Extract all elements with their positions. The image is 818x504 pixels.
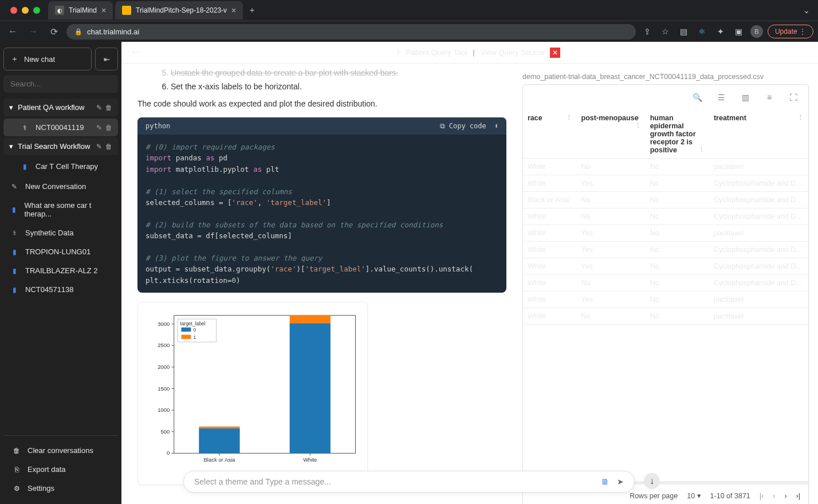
table-row[interactable]: WhiteNoNopaclitaxel (523, 159, 808, 175)
reload-button[interactable]: ⟳ (46, 26, 62, 37)
table-row[interactable]: WhiteYesNoCyclophosphamide and Doxor (523, 242, 808, 258)
back-button[interactable]: ← (5, 26, 21, 37)
edit-icon[interactable]: ✎ (96, 104, 102, 112)
sidebar-item-nct00041119[interactable]: ⚕ NCT00041119 ✎🗑 (3, 119, 118, 136)
chevron-down-icon: ▾ (9, 103, 13, 112)
prev-page-button[interactable]: ‹ (773, 492, 775, 500)
sidebar-item-label: TROPION-LUNG01 (25, 247, 91, 256)
table-row[interactable]: WhiteYesNopaclitaxel (523, 292, 808, 308)
svg-text:0: 0 (194, 327, 196, 333)
close-query-button[interactable]: ✕ (550, 48, 560, 58)
svg-text:1000: 1000 (158, 407, 170, 413)
profile-avatar[interactable]: B (750, 25, 763, 38)
fullscreen-icon[interactable]: ⛶ (786, 90, 800, 104)
sidebar-footer-item[interactable]: ⚙Settings (3, 479, 118, 497)
sidebar-item-car-t[interactable]: ▮ Car T Cell Therapy (3, 158, 118, 175)
table-row[interactable]: WhiteNoNoCyclophosphamide and Doxor (523, 275, 808, 292)
column-menu-icon[interactable]: ⋮ (566, 114, 572, 121)
trash-icon[interactable]: 🗑 (105, 104, 112, 112)
send-button[interactable]: ➤ (617, 477, 624, 486)
browser-tab[interactable]: TrialMindPitch-Sep-18-2023-v× (115, 1, 243, 19)
rows-per-page-select[interactable]: 10 ▾ (687, 491, 701, 500)
column-header[interactable]: race⋮ (523, 110, 577, 159)
update-button[interactable]: Update ⋮ (768, 25, 813, 38)
trash-icon[interactable]: 🗑 (105, 124, 112, 132)
new-tab-button[interactable]: ＋ (245, 3, 259, 17)
edit-icon[interactable]: ✎ (96, 143, 102, 151)
sidebar-item[interactable]: ▮What are some car t therap... (3, 196, 118, 223)
table-row[interactable]: WhiteNoNoCyclophosphamide and Doxor (523, 208, 808, 225)
column-header[interactable]: treatment⋮ (709, 110, 808, 159)
address-bar[interactable]: 🔒 chat.trialmind.ai (66, 24, 636, 40)
extensions-icon[interactable]: ✦ (714, 25, 727, 38)
chat-input[interactable]: Select a theme and Type a message... 🗎 ➤ (183, 471, 635, 493)
table-cell: No (646, 159, 709, 175)
collapse-sidebar-button[interactable]: ⇤ (95, 48, 118, 70)
table-row[interactable]: Black or AsiaNoNoCyclophosphamide and Do… (523, 192, 808, 208)
ext-react-icon[interactable]: ⚛ (695, 25, 709, 38)
sidebar-footer-item[interactable]: ⎘Export data (3, 460, 118, 478)
close-tab-icon[interactable]: × (231, 6, 236, 15)
table-cell: No (577, 208, 646, 225)
column-header[interactable]: post-menopause⋮ (577, 110, 646, 159)
download-code-button[interactable]: ⬇ (494, 122, 498, 130)
last-page-button[interactable]: ›| (796, 492, 800, 500)
sidebar-section-trial-search[interactable]: ▾ Trial Search Workflow ✎🗑 (3, 137, 118, 155)
item-icon: ▮ (9, 267, 19, 275)
trash-icon[interactable]: 🗑 (105, 143, 112, 151)
share-icon[interactable]: ⇪ (640, 25, 654, 38)
svg-rect-26 (181, 328, 191, 332)
scroll-to-bottom-button[interactable]: ↓ (644, 473, 660, 489)
next-page-button[interactable]: › (784, 492, 786, 500)
sidebar-footer-item[interactable]: 🗑Clear conversations (3, 442, 118, 459)
search-input[interactable] (3, 75, 118, 93)
sidebar-item-label: Export data (27, 465, 66, 474)
table-row[interactable]: WhiteYesNopaclitaxel (523, 225, 808, 242)
table-row[interactable]: WhiteNoNopaclitaxel (523, 308, 808, 325)
sidebar-section-patient-qa[interactable]: ▾ Patient QA workflow ✎🗑 (3, 99, 118, 116)
copy-code-button[interactable]: ⧉ Copy code (440, 122, 486, 130)
maximize-window-icon[interactable] (33, 7, 40, 14)
columns-icon[interactable]: ▥ (738, 90, 752, 104)
chart-output: 050010001500200025003000Black or AsiaWhi… (137, 302, 368, 486)
code-lang-label: python (145, 122, 170, 130)
sidebar-item[interactable]: ⚕Synthetic Data (3, 224, 118, 242)
forward-button[interactable]: → (25, 26, 41, 37)
filter-icon[interactable]: ☰ (714, 90, 728, 104)
column-menu-icon[interactable]: ⋮ (698, 146, 705, 153)
sidebar-item[interactable]: ▮TROPION-LUNG01 (3, 243, 118, 261)
first-page-button[interactable]: |‹ (760, 492, 764, 500)
column-menu-icon[interactable]: ⋮ (635, 122, 641, 129)
table-cell: No (577, 159, 646, 175)
sidebar-item[interactable]: ▮TRAILBLAZER-ALZ 2 (3, 262, 118, 279)
search-icon[interactable]: 🔍 (690, 90, 704, 104)
minimize-window-icon[interactable] (22, 7, 29, 14)
density-icon[interactable]: ≡ (762, 90, 776, 104)
column-menu-icon[interactable]: ⋮ (797, 114, 804, 121)
attach-doc-icon[interactable]: 🗎 (601, 477, 609, 486)
table-cell: Cyclophosphamide and Doxor (709, 208, 808, 225)
sidebar-item-label: What are some car t therap... (24, 201, 112, 218)
table-cell: White (523, 258, 577, 275)
table-row[interactable]: WhiteYesNoCyclophosphamide and Doxor (523, 175, 808, 192)
section-label: Trial Search Workflow (18, 142, 90, 151)
view-query-link[interactable]: View Query Source (481, 48, 545, 57)
browser-tab[interactable]: ◐TrialMind× (48, 1, 113, 19)
bookmark-icon[interactable]: ☆ (659, 25, 673, 38)
edit-icon[interactable]: ✎ (96, 124, 102, 132)
code-content[interactable]: # (0) import required packages import pa… (137, 135, 506, 293)
column-header[interactable]: human epidermal growth factor receptor 2… (646, 110, 709, 159)
close-window-icon[interactable] (10, 7, 17, 14)
sidebar-item[interactable]: ✎New Conversation (3, 178, 118, 195)
tabs-dropdown-icon[interactable]: ⌄ (800, 3, 813, 17)
table-row[interactable]: WhiteYesNoCyclophosphamide and Doxor (523, 258, 808, 275)
back-arrow-button[interactable]: ← (131, 46, 141, 58)
side-panel-icon[interactable]: ▣ (732, 25, 746, 38)
ext-docs-icon[interactable]: ▤ (677, 25, 691, 38)
table-cell: Black or Asia (523, 192, 577, 208)
close-tab-icon[interactable]: × (101, 6, 106, 15)
svg-text:1: 1 (194, 334, 196, 340)
chat-content: Unstack the grouped data to create a bar… (121, 64, 522, 504)
sidebar-item[interactable]: ▮NCT04571138 (3, 281, 118, 298)
new-chat-button[interactable]: ＋ New chat (3, 48, 92, 70)
